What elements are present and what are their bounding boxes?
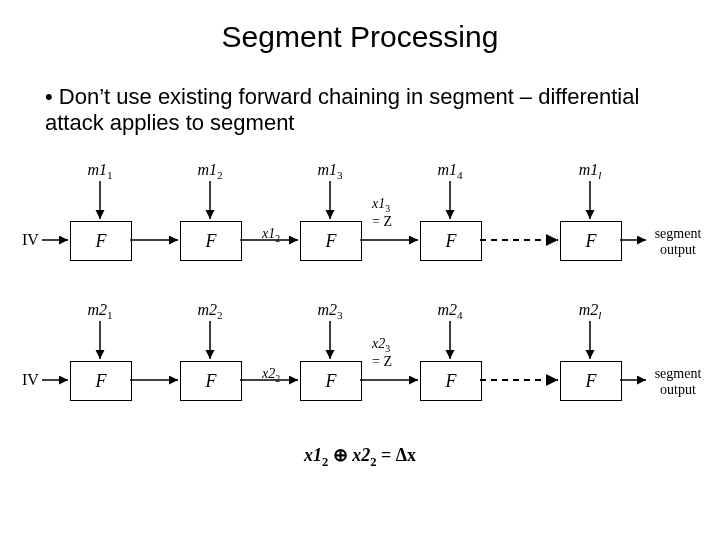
f-box: F: [180, 361, 242, 401]
segment-output-label: segmentoutput: [648, 226, 708, 258]
f-box: F: [560, 361, 622, 401]
m-label: m13: [310, 161, 350, 181]
segment-output-label: segmentoutput: [648, 366, 708, 398]
bullet-text: Don’t use existing forward chaining in s…: [45, 84, 675, 136]
m-label: m1l: [570, 161, 610, 181]
iv-label-1: IV: [22, 231, 39, 249]
f-box: F: [180, 221, 242, 261]
m-label: m23: [310, 301, 350, 321]
slide-title: Segment Processing: [0, 20, 720, 54]
chain-row-1: IV m11 m12 m13 m14 m1l F F F F F .chain-…: [0, 156, 720, 296]
m-label: m21: [80, 301, 120, 321]
f-box: F: [300, 361, 362, 401]
m-label: m14: [430, 161, 470, 181]
f-box: F: [70, 361, 132, 401]
m-label: m24: [430, 301, 470, 321]
xor-equation: x12 ⊕ x22 = Δx: [0, 444, 720, 470]
f-box: F: [70, 221, 132, 261]
m-label: m2l: [570, 301, 610, 321]
iv-label-2: IV: [22, 371, 39, 389]
f-box: F: [420, 361, 482, 401]
x-annotation: x13 = Z: [372, 196, 392, 230]
x-annotation: x12: [262, 226, 280, 244]
m-label: m11: [80, 161, 120, 181]
f-box: F: [300, 221, 362, 261]
f-box: F: [560, 221, 622, 261]
m-label: m12: [190, 161, 230, 181]
x-annotation: x22: [262, 366, 280, 384]
x-annotation: x23 = Z: [372, 336, 392, 370]
chain-row-2: IV m21 m22 m23 m24 m2l F F F F F x22 x23…: [0, 296, 720, 436]
f-box: F: [420, 221, 482, 261]
m-label: m22: [190, 301, 230, 321]
